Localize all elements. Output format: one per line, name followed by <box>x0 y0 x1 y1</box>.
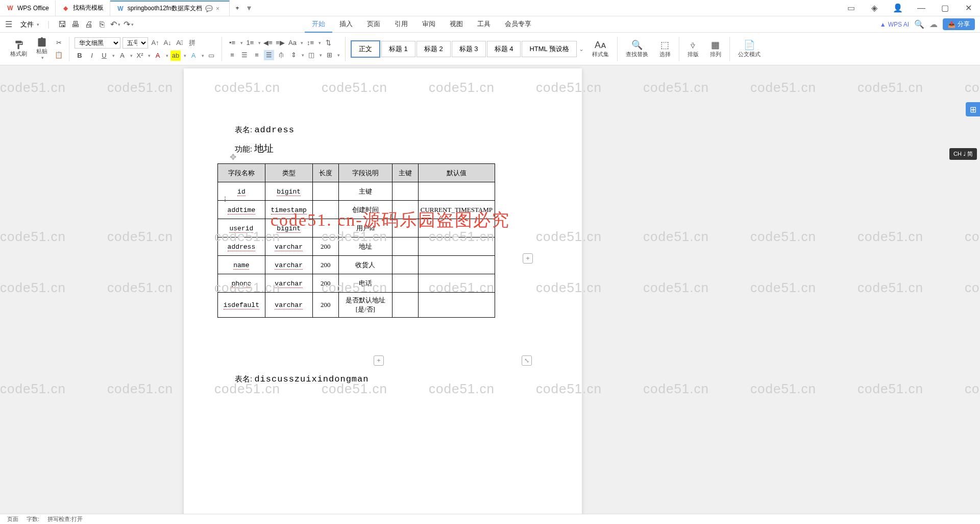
style-body[interactable]: 正文 <box>351 40 380 58</box>
minimize-button[interactable]: — <box>910 0 933 16</box>
find-replace-button[interactable]: 🔍查找替换 <box>623 37 651 60</box>
style-h4[interactable]: 标题 4 <box>487 41 521 57</box>
close-icon[interactable]: × <box>216 5 223 12</box>
watermark-text: code51.cn <box>750 381 816 397</box>
tab-start[interactable]: 开始 <box>305 16 332 33</box>
select-button[interactable]: ⬚选择 <box>656 37 674 60</box>
underline-button[interactable]: U <box>99 51 109 61</box>
watermark-text: code51.cn <box>0 381 66 397</box>
shading-icon[interactable]: ◫ <box>306 50 316 60</box>
clear-format-icon[interactable]: Aͯ <box>175 38 185 48</box>
cell-type: bigint <box>265 219 312 237</box>
tab-page[interactable]: 页面 <box>360 16 387 33</box>
cloud-icon[interactable]: ☁ <box>929 19 938 29</box>
arrange-button[interactable]: ▦排列 <box>707 37 724 60</box>
undo-icon[interactable]: ↶▾ <box>111 20 120 29</box>
char-border-button[interactable]: ▭ <box>206 51 216 61</box>
tab-view[interactable]: 视图 <box>443 16 470 33</box>
bullet-list-icon[interactable]: •≡ <box>227 38 237 48</box>
tab-ref[interactable]: 引用 <box>387 16 415 33</box>
table-move-handle-icon[interactable]: ✥ <box>230 152 236 162</box>
cut-icon[interactable]: ✂ <box>54 38 64 48</box>
styles-more-icon[interactable]: ⌄ <box>579 45 584 53</box>
styleset-button[interactable]: Aᴀ样式集 <box>589 37 612 60</box>
layout-button[interactable]: ⎀排版 <box>684 38 702 60</box>
tab-menu-button[interactable]: ▾ <box>245 3 253 13</box>
font-name-select[interactable]: 华文细黑 <box>75 37 120 49</box>
distribute-icon[interactable]: ⫛ <box>276 50 286 60</box>
tab-tools[interactable]: 工具 <box>470 16 498 33</box>
table-row[interactable]: namevarchar200收货人 <box>218 256 495 274</box>
highlight-button[interactable]: ab <box>170 51 181 61</box>
hamburger-icon[interactable]: ☰ <box>5 19 12 29</box>
ribbon: 格式刷 粘贴▾ ✂ 📋 华文细黑 五号 A↑ A↓ Aͯ 拼 B I U▾ A̵… <box>0 33 980 65</box>
align-left-icon[interactable]: ≡ <box>227 50 237 60</box>
maximize-button[interactable]: ▢ <box>933 0 957 16</box>
align-justify-icon[interactable]: ☰ <box>264 50 274 60</box>
font-size-select[interactable]: 五号 <box>122 37 148 49</box>
cube-icon[interactable]: ◈ <box>863 0 886 16</box>
text-effect-button[interactable]: A <box>188 51 199 61</box>
table-resize-handle[interactable]: ⤡ <box>522 355 532 366</box>
italic-button[interactable]: I <box>87 51 97 61</box>
tab-wps-office[interactable]: W WPS Office <box>0 1 56 16</box>
table-row[interactable]: addressvarchar200地址 <box>218 237 495 256</box>
style-h1[interactable]: 标题 1 <box>381 41 415 57</box>
paragraph-spacing-icon[interactable]: ⇕ <box>288 50 299 60</box>
table-add-col-handle[interactable]: + <box>523 253 533 264</box>
side-panel-toggle[interactable]: ⊞ <box>966 102 980 116</box>
number-list-icon[interactable]: 1≡ <box>245 38 255 48</box>
increase-indent-icon[interactable]: ≡▶ <box>275 38 285 48</box>
file-menu[interactable]: 文件▾ <box>16 19 43 30</box>
phonetic-icon[interactable]: 拼 <box>187 38 197 48</box>
table-row[interactable]: idbigint主键 <box>218 182 495 201</box>
border-icon[interactable]: ⊞ <box>324 50 334 60</box>
avatar-icon[interactable]: 👤 <box>886 0 910 16</box>
save-icon[interactable]: 🖫 <box>58 20 67 29</box>
redo-icon[interactable]: ↷▾ <box>124 20 133 29</box>
format-painter-button[interactable]: 格式刷 <box>7 38 30 60</box>
align-right-icon[interactable]: ≡ <box>252 50 262 60</box>
bold-button[interactable]: B <box>75 51 85 61</box>
line-spacing-icon[interactable]: ↕≡ <box>305 38 315 48</box>
align-center-icon[interactable]: ☰ <box>239 50 250 60</box>
tab-document[interactable]: W springbooth12fn数据库文档 💬 × <box>110 1 230 16</box>
style-html[interactable]: HTML 预设格 <box>522 41 577 57</box>
cell-default <box>418 274 495 293</box>
official-button[interactable]: 📄公文模式 <box>735 37 764 60</box>
table-add-row-handle[interactable]: + <box>374 355 384 366</box>
print-preview-icon[interactable]: 🖨 <box>84 20 93 29</box>
font-color-button[interactable]: A <box>153 51 163 61</box>
tab-template[interactable]: ◆ 找稿壳模板 <box>56 1 110 16</box>
style-h3[interactable]: 标题 3 <box>452 41 486 57</box>
strikethrough-button[interactable]: A̵ <box>117 51 127 61</box>
watermark-text: code51.cn <box>107 229 173 245</box>
table-row[interactable]: phonevarchar200电话 <box>218 274 495 293</box>
sort-icon[interactable]: ⇅ <box>323 38 333 48</box>
case-change-icon[interactable]: Aa <box>287 38 298 48</box>
decrease-font-icon[interactable]: A↓ <box>162 38 173 48</box>
table-row[interactable]: useridbigint用户id <box>218 219 495 237</box>
export-icon[interactable]: ⎘ <box>97 20 107 29</box>
share-button[interactable]: 📤 分享 <box>943 18 975 30</box>
superscript-button[interactable]: X² <box>135 51 145 61</box>
close-button[interactable]: ✕ <box>957 0 980 16</box>
paste-button[interactable]: 粘贴▾ <box>33 35 51 62</box>
tab-insert[interactable]: 插入 <box>332 16 360 33</box>
tab-review[interactable]: 审阅 <box>415 16 443 33</box>
new-tab-button[interactable]: + <box>230 1 245 16</box>
table-row[interactable]: addtimetimestamp创建时间CURRENT_TIMESTAMP <box>218 201 495 219</box>
document-canvas[interactable]: 表名: address 功能: 地址 字段名称 类型 长度 字段说明 主键 默认… <box>0 65 980 514</box>
search-icon[interactable]: 🔍 <box>914 19 924 29</box>
table-row[interactable]: isdefaultvarchar200是否默认地址[是/否] <box>218 293 495 318</box>
line-handle-icon[interactable]: ⫶ <box>223 195 231 203</box>
app-menu-icon[interactable]: ▭ <box>839 0 863 16</box>
print-icon[interactable]: 🖶 <box>71 20 80 29</box>
tab-member[interactable]: 会员专享 <box>498 16 538 33</box>
wps-ai-button[interactable]: ▲WPS AI <box>880 21 909 28</box>
increase-font-icon[interactable]: A↑ <box>150 38 160 48</box>
copy-icon[interactable]: 📋 <box>54 50 64 60</box>
schema-table[interactable]: 字段名称 类型 长度 字段说明 主键 默认值 idbigint主键addtime… <box>217 163 495 318</box>
style-h2[interactable]: 标题 2 <box>416 41 451 57</box>
decrease-indent-icon[interactable]: ◀≡ <box>263 38 273 48</box>
